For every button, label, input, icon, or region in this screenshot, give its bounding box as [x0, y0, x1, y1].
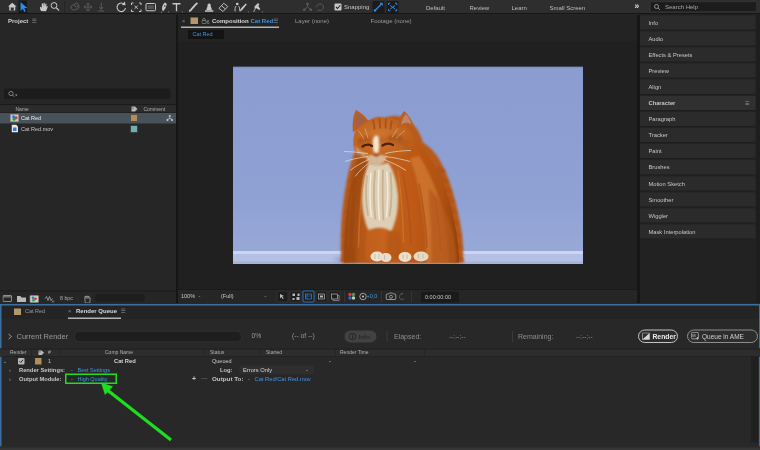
svg-text:,: , [182, 8, 183, 13]
svg-text:,: , [262, 8, 263, 13]
svg-text:6: 6 [207, 19, 210, 25]
svg-text:,: , [168, 8, 169, 13]
svg-text:M: M [692, 333, 695, 338]
svg-text:,: , [248, 8, 249, 13]
